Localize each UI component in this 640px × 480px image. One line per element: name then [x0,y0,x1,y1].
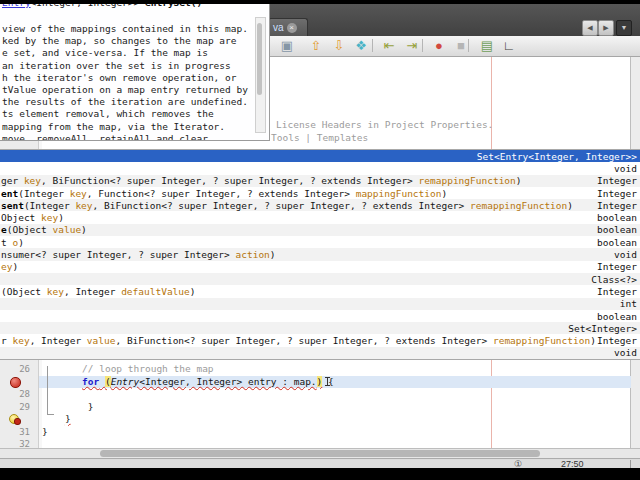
error-badge-icon[interactable] [10,377,21,388]
hint-bulb-icon[interactable] [9,414,19,424]
completion-segment: defaultValue [121,286,190,297]
scroll-tabs-left-button[interactable]: ◀ [582,20,598,36]
step-back-icon[interactable]: ⇤ [380,37,398,54]
completion-item-signature: ent(Integer key, Function<? super Intege… [0,188,447,199]
completion-item[interactable]: r key, Integer value, BiFunction<? super… [0,334,640,346]
completion-segment: nsumer<? super Integer, ? super Integer> [1,249,236,260]
completion-segment: r [1,335,12,346]
gutter-line-number: 28 [0,388,30,400]
completion-item[interactable]: ey)Integer [0,261,640,273]
completion-item[interactable]: void [0,162,640,174]
completion-item[interactable]: sent(Integer key, BiFunction<? super Int… [0,199,640,211]
completion-item[interactable]: void [0,347,640,359]
code-segment: for [82,376,99,387]
completion-item[interactable]: boolean [0,310,640,322]
javadoc-line: tValue operation on a map entry returned… [2,84,253,96]
step-over-icon[interactable]: ❖ [352,37,370,54]
completion-item-signature: (Object key, Integer defaultValue) [0,286,196,297]
stop-icon[interactable]: ■ [452,37,470,54]
tab-label: va [273,22,284,33]
completion-segment: value [87,335,116,346]
completion-segment: remappingFunction [493,335,590,346]
toolbar-separator [422,39,423,52]
code-line: for (Entry<Integer, Integer> entry : map… [82,376,334,388]
javadoc-body: view of the mappings contained in this m… [0,23,253,141]
completion-segment: ) [590,335,596,346]
completion-return-type: void [614,347,640,358]
completion-return-type: Set<Integer> [568,323,640,334]
completion-item[interactable]: ent(Integer key, Function<? super Intege… [0,187,640,199]
completion-segment: remappingFunction [470,200,567,211]
threads-icon[interactable]: ▤ [478,37,496,54]
tab-close-icon[interactable]: × [287,23,297,33]
code-segment: } [42,426,48,437]
completion-item-signature: ger key, BiFunction<? super Integer, ? s… [0,175,522,186]
completion-item[interactable]: t o)boolean [0,236,640,248]
gutter-line-number: 26 [0,363,30,375]
completion-return-type: Class<?> [591,274,640,285]
completion-return-type: Integer [597,261,640,272]
completion-segment: , BiFunction<? super Integer, ? super In… [115,335,493,346]
completion-segment: , Function<? super Integer, ? extends In… [87,188,356,199]
step-forward-icon[interactable]: ⇥ [403,37,421,54]
completion-segment: ) [567,200,573,211]
completion-segment: key [24,175,41,186]
completion-segment: key [70,188,87,199]
completion-return-type: Integer [597,335,640,346]
completion-item[interactable]: int [0,298,640,310]
code-fragment: License Headers in Project Properties. [276,119,493,130]
completion-segment: ) [270,249,276,260]
completion-return-type: boolean [597,212,640,223]
letterbox-bottom [0,468,640,480]
completion-segment: ) [441,188,447,199]
completion-return-type: Integer [597,200,640,211]
completion-item[interactable]: Set<Integer> [0,322,640,334]
code-line: } [88,401,94,413]
completion-segment: ) [58,212,64,223]
code-fragment: Tools | Templates [271,132,368,143]
completion-item-signature: r key, Integer value, BiFunction<? super… [0,335,596,346]
completion-item[interactable]: ger key, BiFunction<? super Integer, ? s… [0,175,640,187]
completion-segment: , BiFunction<? super Integer, ? super In… [41,175,419,186]
javadoc-line: e set, and vice-versa. If the map is [2,47,253,59]
code-segment: } [88,401,94,412]
screen: va× ◀ ▶ ▼ ▣⇧⇩❖⇤⇥●■▤∟ 82628293132 License… [0,0,640,480]
fold-guide-line[interactable] [47,366,48,414]
javadoc-line: mapping from the map, via the Iterator. [2,121,253,133]
completion-item[interactable]: nsumer<? super Integer, ? super Integer>… [0,248,640,260]
horizontal-scrollbar-thumb[interactable] [100,450,540,457]
javadoc-scrollbar-thumb[interactable] [257,23,262,95]
run-to-cursor-icon[interactable]: ▣ [278,37,296,54]
completion-item[interactable]: (Object key, Integer defaultValue)Intege… [0,285,640,297]
completion-item[interactable]: e(Object value)boolean [0,224,640,236]
code-segment: // loop through the map [82,363,214,374]
tab-active-file[interactable]: va× [268,18,308,37]
javadoc-line: ked by the map, so changes to the map ar… [2,35,253,47]
mouse-ibeam-cursor [327,377,328,386]
javadoc-scrollbar[interactable] [255,17,266,133]
completion-return-type: Integer [597,286,640,297]
finish-session-icon[interactable]: ∟ [500,37,518,54]
completion-item-signature: nsumer<? super Integer, ? super Integer>… [0,249,276,260]
completion-segment: Object [1,212,41,223]
completion-return-type: boolean [597,224,640,235]
javadoc-line: the results of the iteration are undefin… [2,96,253,108]
completion-return-type: int [620,298,640,309]
completion-segment: (Integer [24,200,75,211]
record-icon[interactable]: ● [430,37,448,54]
step-into-icon[interactable]: ⇩ [330,37,348,54]
completion-item[interactable]: Object key)boolean [0,211,640,223]
tab-list-dropdown-icon[interactable]: ▼ [616,20,632,36]
completion-item[interactable]: Class<?> [0,273,640,285]
code-line: // loop through the map [82,363,214,375]
completion-item[interactable]: Set<Entry<Integer, Integer>> [0,150,640,162]
completion-segment: ger [1,175,24,186]
completion-segment: (Integer [18,188,69,199]
code-line: } [65,413,71,425]
scroll-tabs-right-button[interactable]: ▶ [598,20,614,36]
completion-segment: ) [18,237,24,248]
javadoc-line: view of the mappings contained in this m… [2,23,253,35]
completion-segment: ) [81,224,87,235]
completion-segment: (Object [1,286,47,297]
step-out-icon[interactable]: ⇧ [307,37,325,54]
